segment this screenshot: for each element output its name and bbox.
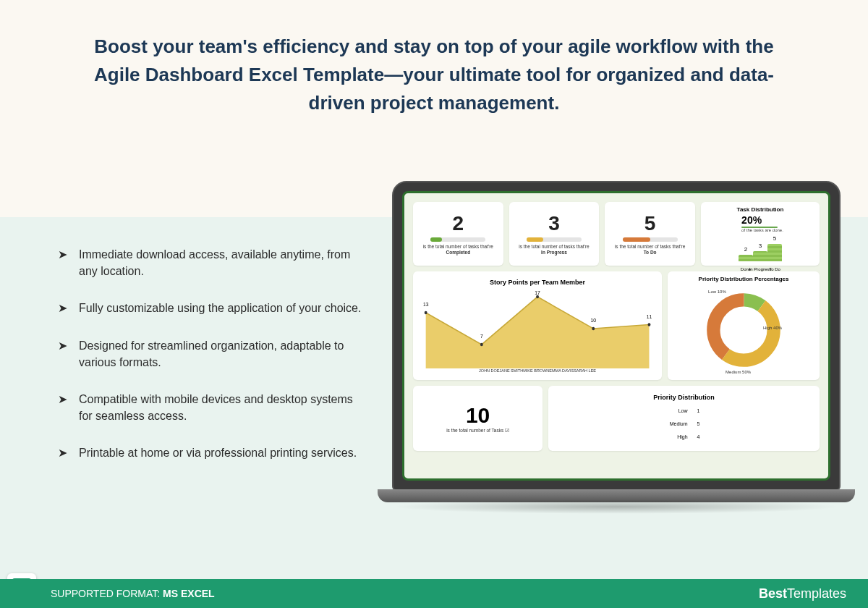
brand-logo: BestTemplates	[759, 586, 846, 601]
list-item: ➤Fully customizable using the applicatio…	[58, 300, 369, 316]
kpi-inprogress: 3 is the total number of tasks that'reIn…	[509, 202, 600, 266]
feature-list: ➤Immediate download access, available an…	[58, 246, 369, 482]
kpi-completed: 2 is the total number of tasks that'reCo…	[413, 202, 503, 266]
svg-point-1	[425, 311, 427, 314]
svg-text:13: 13	[423, 301, 429, 308]
laptop-mockup: 2 is the total number of tasks that'reCo…	[392, 181, 841, 514]
list-item: ➤Designed for streamlined organization, …	[58, 337, 369, 371]
supported-value: MS EXCEL	[163, 588, 215, 599]
chart-title: Priority Distribution	[653, 394, 715, 401]
svg-point-7	[592, 327, 595, 330]
bar-chart: 2Done 3In Progress 5To Do	[739, 242, 782, 261]
list-item: ➤Immediate download access, available an…	[58, 246, 369, 279]
svg-text:7: 7	[480, 333, 483, 340]
kpi-todo: 5 is the total number of tasks that'reTo…	[605, 202, 695, 266]
priority-distribution-card: Priority Distribution Low1 Medium5 High4	[548, 386, 820, 451]
feature-text: Immediate download access, available any…	[79, 246, 369, 279]
bullet-icon: ➤	[58, 446, 67, 460]
dashboard-screen: 2 is the total number of tasks that'reCo…	[402, 191, 830, 481]
story-points-chart: Story Points per Team Member 13 7 17 10 …	[413, 271, 662, 380]
priority-donut-chart: Priority Distribution Percentages Low 10…	[668, 271, 820, 380]
svg-point-9	[648, 323, 651, 326]
chart-title: Priority Distribution Percentages	[699, 276, 789, 282]
bullet-icon: ➤	[58, 301, 67, 315]
bullet-icon: ➤	[58, 392, 67, 406]
kpi-value: 10	[466, 403, 490, 428]
footer-bar: SUPPORTED FORMAT: MS EXCEL BestTemplates	[0, 579, 868, 608]
supported-label: SUPPORTED FORMAT:	[51, 588, 163, 599]
feature-text: Fully customizable using the application…	[79, 300, 361, 316]
hero-headline: Boost your team's efficiency and stay on…	[87, 33, 781, 117]
feature-text: Printable at home or via professional pr…	[79, 444, 357, 461]
pct-value: 20%	[741, 214, 762, 226]
bullet-icon: ➤	[58, 248, 67, 261]
total-tasks-card: 10 is the total number of Tasks ☑	[413, 386, 542, 451]
list-item: ➤Printable at home or via professional p…	[58, 444, 369, 461]
task-distribution-card: Task Distribution 20%of the tasks are do…	[701, 202, 820, 266]
kpi-value: 2	[453, 212, 464, 235]
chart-title: Story Points per Team Member	[490, 279, 585, 286]
chart-title: Task Distribution	[737, 206, 784, 213]
bullet-icon: ➤	[58, 339, 67, 352]
feature-text: Designed for streamlined organization, a…	[79, 337, 369, 371]
svg-marker-0	[426, 297, 650, 368]
svg-text:11: 11	[647, 313, 652, 320]
feature-text: Compatible with mobile devices and deskt…	[79, 391, 369, 424]
svg-text:17: 17	[535, 289, 540, 296]
kpi-value: 3	[548, 212, 560, 235]
kpi-value: 5	[644, 212, 656, 235]
list-item: ➤Compatible with mobile devices and desk…	[58, 391, 369, 424]
svg-text:10: 10	[591, 317, 597, 324]
svg-point-3	[480, 343, 483, 346]
